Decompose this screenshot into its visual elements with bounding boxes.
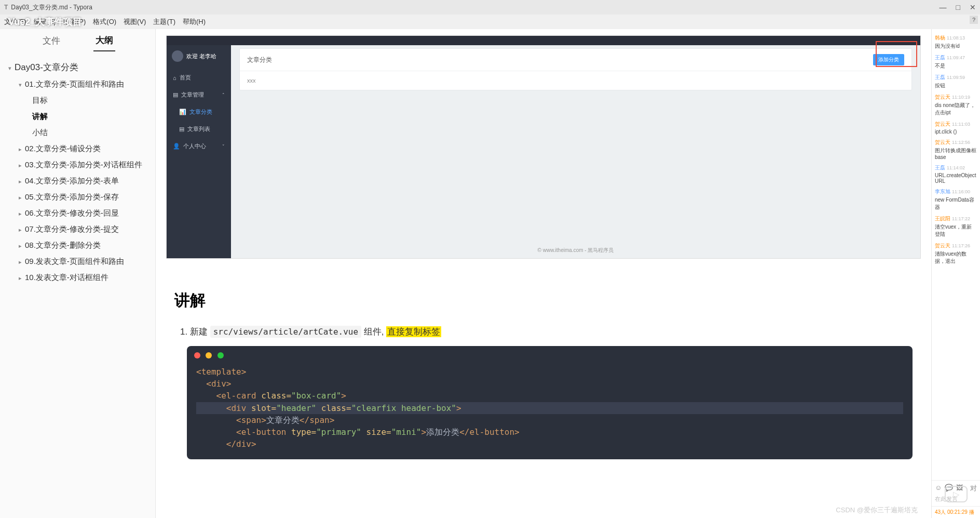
outline-section-02[interactable]: ▸02.文章分类-铺设分类 — [4, 141, 151, 157]
chat-time: 11:11:03 — [952, 122, 970, 127]
chat-author: 韩杨 — [935, 35, 945, 41]
chat-text: 按钮 — [935, 82, 977, 89]
outline-section-06[interactable]: ▸06.文章分类-修改分类-回显 — [4, 205, 151, 221]
menu-format[interactable]: 格式(O) — [93, 17, 116, 26]
tab-file[interactable]: 文件 — [40, 31, 62, 51]
chat-author: 王磊 — [935, 74, 945, 80]
nav-article-list[interactable]: ▤ 文章列表 — [167, 121, 231, 138]
nav-article-mgmt[interactable]: ▤ 文章管理˄ — [167, 86, 231, 103]
article-body: 讲解 新建 src/views/article/artCate.vue 组件, … — [156, 259, 675, 338]
nav-article-cate[interactable]: 📊 文章分类 — [167, 103, 231, 121]
chat-text: 不是 — [935, 62, 977, 70]
outline-tree: ▾Day03-文章分类 ▾01.文章分类-页面组件和路由 目标 讲解 小结 ▸0… — [0, 52, 155, 292]
embedded-footer: © www.itheima.com - 黑马程序员 — [231, 247, 920, 254]
code-block: <template> <div> <el-card class="box-car… — [187, 346, 913, 459]
chat-message: 贺云天11:11:03ipt.click () — [935, 121, 977, 135]
tab-outline[interactable]: 大纲 — [93, 30, 115, 51]
chat-message: 贺云天11:12:56图片转换成图像框base — [935, 139, 977, 160]
close-button[interactable]: ✕ — [970, 3, 976, 11]
menu-help[interactable]: 帮助(H) — [183, 17, 206, 26]
avatar — [172, 50, 183, 62]
chat-text: dis none隐藏了，点击ipt — [935, 102, 977, 116]
chat-message: 韩杨11:08:13因为没有id — [935, 34, 977, 50]
chat-author: 李东旭 — [935, 189, 950, 194]
outline-item-summary[interactable]: 小结 — [4, 125, 151, 141]
content-area[interactable]: 欢迎 老李哈 ⌂ 首页 ▤ 文章管理˄ 📊 文章分类 ▤ 文章列表 👤 个人中心… — [156, 29, 931, 518]
highlight-text: 直接复制标签 — [386, 326, 441, 337]
outline-section-09[interactable]: ▸09.发表文章-页面组件和路由 — [4, 254, 151, 270]
embedded-card-header: 文章分类 添加分类 — [240, 49, 911, 71]
outline-section-03[interactable]: ▸03.文章分类-添加分类-对话框组件 — [4, 157, 151, 173]
chat-text: 清除vuex的数据，退出 — [935, 250, 977, 265]
chat-author: 王磊 — [935, 55, 945, 60]
chat-author: 贺云天 — [935, 94, 950, 100]
embedded-welcome: 欢迎 老李哈 — [167, 46, 231, 69]
menu-theme[interactable]: 主题(T) — [153, 17, 175, 26]
chat-text: 清空vuex，重新登陆 — [935, 223, 977, 238]
chat-time: 11:17:22 — [952, 216, 970, 221]
chat-text: ipt.click () — [935, 129, 977, 135]
nav-user-center[interactable]: 👤 个人中心˅ — [167, 138, 231, 155]
chat-time: 11:08:13 — [947, 35, 965, 41]
chat-text: 图片转换成图像框base — [935, 147, 977, 160]
chat-messages[interactable]: 韩杨11:08:13因为没有id王磊11:09:47不是王磊11:09:59按钮… — [932, 29, 980, 480]
outline-section-08[interactable]: ▸08.文章分类-删除分类 — [4, 237, 151, 254]
chat-author: 王磊 — [935, 165, 945, 170]
app-icon: T — [4, 4, 8, 11]
outline-section-01[interactable]: ▾01.文章分类-页面组件和路由 — [4, 76, 151, 92]
chat-author: 贺云天 — [935, 139, 950, 145]
video-overlay-title: Vue2_大事件项目 — [8, 16, 82, 28]
emoji-icon[interactable]: ☺ — [935, 484, 942, 493]
step-1: 新建 src/views/article/artCate.vue 组件, 直接复… — [190, 326, 656, 338]
menubar: Vue2_大事件项目 文件(F) 编辑(E) 段落(P) 格式(O) 视图(V)… — [0, 15, 980, 29]
chat-message: 王皖阳11:17:22清空vuex，重新登陆 — [935, 215, 977, 238]
outline-section-10[interactable]: ▸10.发表文章-对话框组件 — [4, 270, 151, 286]
code-content[interactable]: <template> <div> <el-card class="box-car… — [187, 364, 913, 459]
chat-message: 王磊11:09:59按钮 — [935, 74, 977, 89]
chat-message: 王磊11:09:47不是 — [935, 54, 977, 70]
chat-message: 贺云天11:10:19dis none隐藏了，点击ipt — [935, 94, 977, 116]
sidebar: 文件 大纲 ▾Day03-文章分类 ▾01.文章分类-页面组件和路由 目标 讲解… — [0, 29, 156, 518]
menu-view[interactable]: 视图(V) — [124, 17, 146, 26]
outline-section-05[interactable]: ▸05.文章分类-添加分类-保存 — [4, 189, 151, 205]
embedded-app-screenshot: 欢迎 老李哈 ⌂ 首页 ▤ 文章管理˄ 📊 文章分类 ▤ 文章列表 👤 个人中心… — [166, 35, 921, 259]
chat-time: 11:10:19 — [952, 95, 970, 100]
embedded-main: 文章分类 添加分类 xxx © www.itheima.com - 黑马程序员 — [231, 36, 920, 258]
section-heading: 讲解 — [174, 290, 656, 311]
outline-section-04[interactable]: ▸04.文章分类-添加分类-表单 — [4, 173, 151, 189]
dot-red-icon — [194, 352, 200, 358]
sidebar-tabs: 文件 大纲 — [0, 29, 155, 52]
nav-home[interactable]: ⌂ 首页 — [167, 69, 231, 86]
help-icon[interactable]: ? — [970, 16, 978, 24]
chat-author: 贺云天 — [935, 121, 950, 127]
minimize-button[interactable]: — — [940, 3, 947, 11]
chat-message: 贺云天11:17:26清除vuex的数据，退出 — [935, 242, 977, 265]
outline-section-07[interactable]: ▸07.文章分类-修改分类-提交 — [4, 221, 151, 237]
dot-green-icon — [217, 352, 224, 358]
pip-icon[interactable]: ▷ — [945, 486, 968, 502]
embedded-card-title: 文章分类 — [247, 56, 272, 64]
outline-item-target[interactable]: 目标 — [4, 92, 151, 109]
chat-message: 李东旭11:16:00new FormData容器 — [935, 188, 977, 211]
chat-text: new FormData容器 — [935, 196, 977, 211]
embedded-sidebar: 欢迎 老李哈 ⌂ 首页 ▤ 文章管理˄ 📊 文章分类 ▤ 文章列表 👤 个人中心… — [167, 36, 231, 258]
chat-message: 王磊11:14:02URL.createObjectURL — [935, 164, 977, 184]
titlebar: T Day03_文章分类.md - Typora — □ ✕ — [0, 0, 980, 15]
chat-time: 11:16:00 — [952, 189, 970, 194]
maximize-button[interactable]: □ — [956, 3, 960, 11]
add-category-button[interactable]: 添加分类 — [873, 54, 904, 65]
chat-text: 因为没有id — [935, 43, 977, 50]
dot-yellow-icon — [206, 352, 212, 358]
chat-text: URL.createObjectURL — [935, 172, 977, 184]
watermark: CSDN @爱你三千遍斯塔克 — [836, 506, 918, 515]
chat-time: 11:17:26 — [952, 243, 970, 248]
window-controls: — □ ✕ — [940, 3, 976, 11]
outline-item-explain[interactable]: 讲解 — [4, 109, 151, 125]
chat-time: 11:12:56 — [952, 140, 970, 145]
chat-footer: 43人 00:21:29 播 — [932, 506, 980, 518]
chat-time: 11:09:59 — [947, 75, 965, 80]
chat-time: 11:09:47 — [947, 55, 965, 60]
window-title: Day03_文章分类.md - Typora — [11, 3, 92, 12]
embedded-card: 文章分类 添加分类 xxx — [239, 48, 912, 90]
outline-root[interactable]: ▾Day03-文章分类 — [4, 58, 151, 76]
